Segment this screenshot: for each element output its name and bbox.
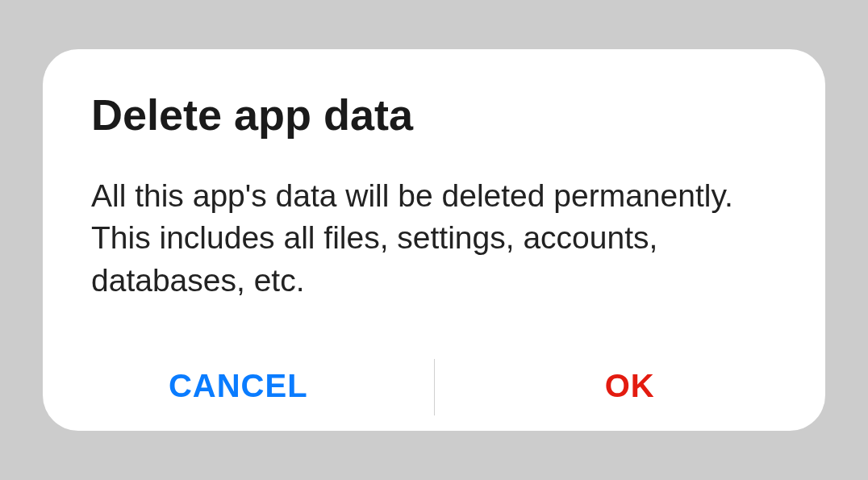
cancel-button[interactable]: CANCEL xyxy=(43,350,434,431)
dialog-message: All this app's data will be deleted perm… xyxy=(43,175,825,303)
confirmation-dialog: Delete app data All this app's data will… xyxy=(43,49,825,432)
ok-button[interactable]: OK xyxy=(435,350,826,431)
dialog-actions: CANCEL OK xyxy=(43,350,825,431)
dialog-title: Delete app data xyxy=(43,90,825,140)
